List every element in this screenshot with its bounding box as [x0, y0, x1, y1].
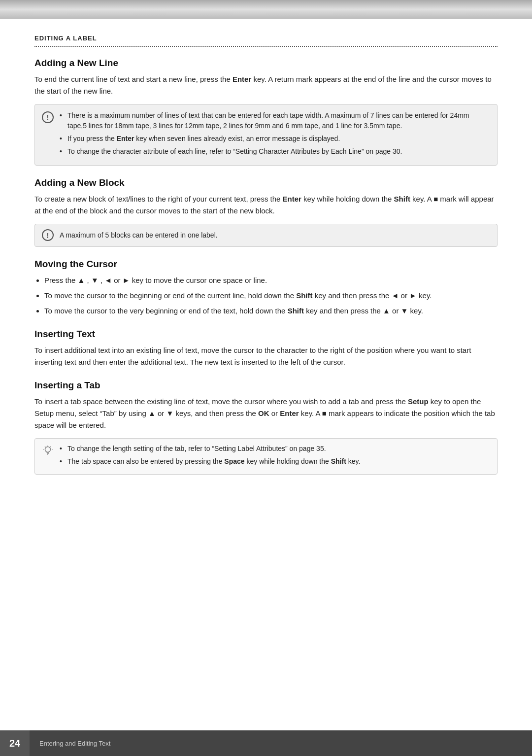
svg-point-0 — [45, 447, 51, 452]
page-number: 24 — [0, 730, 30, 756]
moving-cursor-list: Press the ▲ , ▼ , ◄ or ► key to move the… — [34, 275, 498, 317]
section-inserting-tab: Inserting a Tab To insert a tab space be… — [34, 380, 498, 474]
notice-item: If you press the Enter key when seven li… — [60, 134, 489, 144]
notice-adding-new-line: ! There is a maximum number of lines of … — [34, 104, 498, 166]
notice-item: There is a maximum number of lines of te… — [60, 110, 489, 132]
section-moving-cursor: Moving the Cursor Press the ▲ , ▼ , ◄ or… — [34, 259, 498, 317]
heading-inserting-tab: Inserting a Tab — [34, 380, 498, 391]
svg-line-6 — [45, 447, 46, 447]
footer-bar: 24 Entering and Editing Text — [0, 730, 532, 756]
section-header: EDITING A LABEL — [34, 34, 498, 47]
section-adding-new-block: Adding a New Block To create a new block… — [34, 177, 498, 247]
body-inserting-text: To insert additional text into an existi… — [34, 344, 498, 368]
cursor-bullet-1: Press the ▲ , ▼ , ◄ or ► key to move the… — [44, 275, 498, 286]
heading-adding-new-block: Adding a New Block — [34, 177, 498, 188]
body-inserting-tab: To insert a tab space between the existi… — [34, 396, 498, 431]
heading-inserting-text: Inserting Text — [34, 329, 498, 340]
warning-icon-block: ! — [42, 229, 54, 241]
heading-moving-cursor: Moving the Cursor — [34, 259, 498, 270]
warning-icon: ! — [42, 111, 54, 123]
tip-icon — [42, 445, 54, 456]
tip-item-1: To change the length setting of the tab,… — [60, 444, 489, 454]
notice-adding-new-block: ! A maximum of 5 blocks can be entered i… — [34, 224, 498, 247]
tip-inserting-tab: To change the length setting of the tab,… — [34, 438, 498, 474]
notice-item: To change the character attribute of eac… — [60, 146, 489, 157]
body-adding-new-block: To create a new block of text/lines to t… — [34, 193, 498, 217]
dotted-rule — [34, 46, 498, 47]
content-wrapper: EDITING A LABEL Adding a New Line To end… — [0, 19, 532, 526]
cursor-bullet-2: To move the cursor to the beginning or e… — [44, 290, 498, 302]
section-adding-new-line: Adding a New Line To end the current lin… — [34, 58, 498, 166]
cursor-bullet-3: To move the cursor to the very beginning… — [44, 305, 498, 317]
svg-line-5 — [50, 447, 51, 447]
top-decorative-bar — [0, 0, 532, 19]
notice-list: There is a maximum number of lines of te… — [60, 110, 489, 157]
notice-text: A maximum of 5 blocks can be entered in … — [60, 231, 218, 239]
footer-text: Entering and Editing Text — [39, 740, 110, 747]
tip-item-2: The tab space can also be entered by pre… — [60, 456, 489, 467]
body-adding-new-line: To end the current line of text and star… — [34, 73, 498, 97]
heading-adding-new-line: Adding a New Line — [34, 58, 498, 69]
section-inserting-text: Inserting Text To insert additional text… — [34, 329, 498, 368]
tip-list: To change the length setting of the tab,… — [60, 444, 489, 467]
